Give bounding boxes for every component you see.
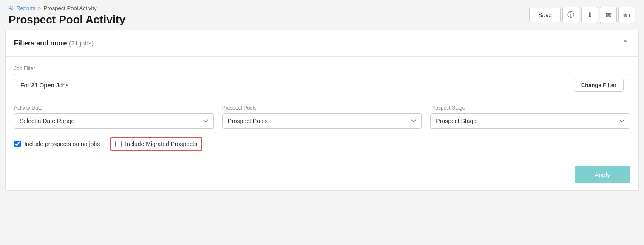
- breadcrumb-separator: >: [38, 6, 41, 11]
- email-button[interactable]: ✉: [600, 7, 617, 23]
- breadcrumb-area: All Reports > Prospect Pool Activity Pro…: [9, 5, 125, 26]
- chevron-up-icon: ⌃: [622, 39, 628, 48]
- include-no-jobs-item[interactable]: Include prospects on no jobs: [14, 141, 100, 147]
- prospect-stage-group: Prospect Stage Prospect Stage: [430, 105, 630, 129]
- subscribe-button[interactable]: ✉+: [618, 7, 635, 23]
- change-filter-button[interactable]: Change Filter: [574, 79, 624, 92]
- include-migrated-label: Include Migrated Prospects: [125, 141, 197, 147]
- filters-title: Filters and more (21 jobs): [14, 39, 94, 47]
- page-title: Prospect Pool Activity: [9, 13, 125, 26]
- prospect-stage-label: Prospect Stage: [430, 105, 630, 111]
- collapse-button[interactable]: ⌃: [620, 37, 630, 50]
- activity-date-label: Activity Date: [14, 105, 214, 111]
- save-button[interactable]: Save: [529, 8, 561, 22]
- apply-section: Apply: [6, 161, 638, 190]
- email-icon: ✉: [606, 11, 611, 19]
- breadcrumb: All Reports > Prospect Pool Activity: [9, 5, 125, 11]
- main-panel: Filters and more (21 jobs) ⌃ Job Filter …: [5, 30, 639, 191]
- activity-date-group: Activity Date Select a Date Range: [14, 105, 214, 129]
- prospect-pools-group: Prospect Pools Prospect Pools: [222, 105, 422, 129]
- job-filter-box: For 21 Open Jobs Change Filter: [14, 74, 630, 96]
- filters-body: Job Filter For 21 Open Jobs Change Filte…: [6, 57, 638, 161]
- subscribe-icon: ✉+: [623, 12, 631, 18]
- help-button[interactable]: ⓘ: [562, 7, 579, 23]
- help-icon: ⓘ: [567, 11, 574, 20]
- include-no-jobs-checkbox[interactable]: [14, 141, 21, 147]
- header-bar: All Reports > Prospect Pool Activity Pro…: [0, 0, 644, 30]
- header-actions: Save ⓘ ⇓ ✉ ✉+: [529, 7, 635, 23]
- include-no-jobs-label: Include prospects on no jobs: [24, 141, 100, 147]
- filters-header: Filters and more (21 jobs) ⌃: [6, 30, 638, 57]
- job-filter-label: Job Filter: [14, 65, 630, 71]
- job-filter-text: For 21 Open Jobs: [20, 82, 69, 89]
- breadcrumb-parent-link[interactable]: All Reports: [9, 5, 36, 11]
- prospect-stage-select[interactable]: Prospect Stage: [430, 113, 630, 129]
- prospect-pools-select[interactable]: Prospect Pools: [222, 113, 422, 129]
- filters-title-area: Filters and more (21 jobs): [14, 39, 94, 47]
- checkboxes-row: Include prospects on no jobs Include Mig…: [14, 137, 630, 151]
- download-button[interactable]: ⇓: [581, 7, 598, 23]
- job-count-bold: 21 Open: [31, 82, 54, 89]
- download-icon: ⇓: [587, 11, 593, 19]
- activity-date-select[interactable]: Select a Date Range: [14, 113, 214, 129]
- dropdowns-row: Activity Date Select a Date Range Prospe…: [14, 105, 630, 129]
- include-migrated-checkbox[interactable]: [115, 141, 122, 147]
- apply-button[interactable]: Apply: [575, 166, 630, 183]
- breadcrumb-current: Prospect Pool Activity: [44, 5, 97, 11]
- include-migrated-wrapper: Include Migrated Prospects: [110, 137, 202, 151]
- prospect-pools-label: Prospect Pools: [222, 105, 422, 111]
- filters-count: (21 jobs): [69, 39, 94, 47]
